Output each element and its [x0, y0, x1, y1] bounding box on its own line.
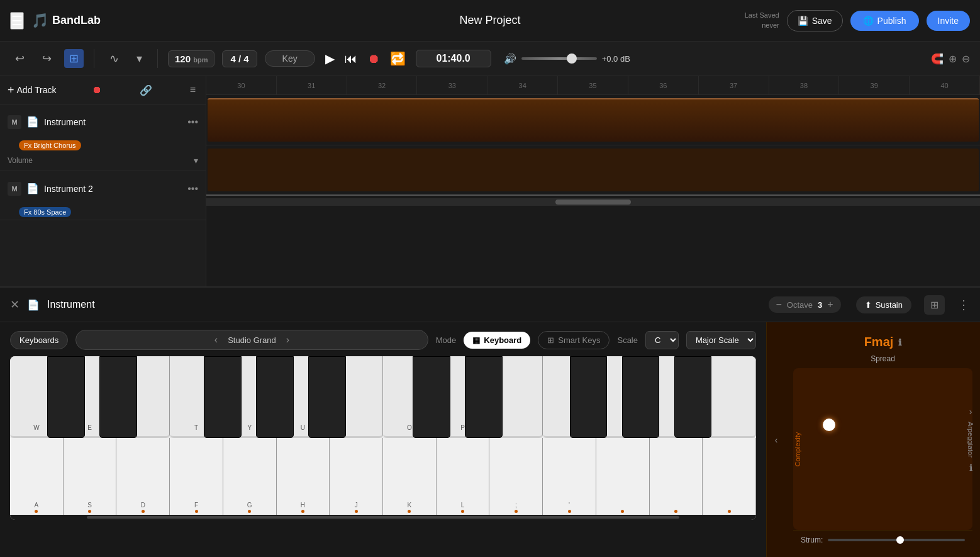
track-2-icon: 📄 — [26, 183, 39, 194]
track-lane-2[interactable] — [206, 145, 980, 196]
key-extra-1[interactable] — [596, 438, 650, 520]
keyboard-scroll-thumb[interactable] — [87, 516, 679, 519]
main-area: + Add Track ⏺ 🔗 ≡ M 📄 Instrument ••• Fx … — [0, 76, 980, 286]
key-H[interactable]: H — [277, 438, 330, 520]
smart-keys-mode-button[interactable]: ⊞ Smart Keys — [538, 331, 610, 349]
keyboard-mode-icon: ▦ — [472, 335, 480, 345]
key-semicolon[interactable]: ; — [489, 438, 543, 520]
keyboard-next-button[interactable]: › — [286, 334, 289, 346]
magnet-button[interactable]: 🧲 — [931, 53, 944, 65]
black-key-6[interactable] — [413, 356, 450, 438]
publish-button[interactable]: 🌐 Publish — [850, 11, 919, 31]
top-bar: ☰ 🎵 BandLab New Project Last Saved never… — [0, 0, 980, 42]
octave-decrease-button[interactable]: − — [776, 299, 782, 310]
arpeggiator-label[interactable]: Arpeggiator — [967, 422, 974, 458]
logo: 🎵 BandLab — [31, 13, 101, 29]
track-2-menu-button[interactable]: ••• — [187, 183, 198, 194]
chord-pad[interactable]: Complexity — [793, 368, 972, 530]
track-2-fx-badge[interactable]: Fx 80s Space — [0, 206, 206, 220]
mix-button[interactable]: ≡ — [187, 82, 198, 98]
black-key-3[interactable] — [204, 356, 241, 438]
track-1-menu-button[interactable]: ••• — [187, 116, 198, 128]
key-J[interactable]: J — [330, 438, 383, 520]
key-A[interactable]: A — [10, 438, 64, 520]
mode-dropdown-button[interactable]: ▾ — [131, 49, 147, 68]
key-quote[interactable]: ' — [543, 438, 596, 520]
keyboard-scrollbar[interactable] — [10, 515, 756, 520]
zoom-in-button[interactable]: ⊕ — [949, 53, 957, 65]
record-arm-button[interactable]: ⏺ — [89, 82, 104, 98]
track-1-volume: Volume ▾ — [0, 153, 206, 171]
black-key-9[interactable] — [622, 356, 659, 438]
mode-label: Mode — [436, 335, 457, 345]
key-K[interactable]: K — [383, 438, 437, 520]
link-button[interactable]: 🔗 — [137, 82, 155, 99]
black-key-2[interactable] — [99, 356, 136, 438]
chord-pad-inner: Complexity — [793, 368, 972, 530]
black-key-10[interactable] — [674, 356, 711, 438]
strum-slider[interactable] — [828, 539, 965, 541]
smart-panel-prev[interactable]: ‹ — [775, 435, 778, 445]
grid-view-button[interactable]: ⊞ — [64, 49, 84, 68]
arrange-area: 30 31 32 33 34 35 36 37 38 39 40 — [206, 76, 980, 286]
track-2-mute-button[interactable]: M — [8, 182, 21, 196]
save-button[interactable]: 💾 Save — [787, 10, 843, 31]
key-button[interactable]: Key — [265, 50, 315, 67]
zoom-out-button[interactable]: ⊖ — [962, 53, 970, 65]
key-L[interactable]: L — [437, 438, 490, 520]
black-key-5[interactable] — [308, 356, 345, 438]
grid-toggle-button[interactable]: ⊞ — [924, 295, 945, 315]
octave-increase-button[interactable]: + — [827, 299, 833, 310]
last-saved-info: Last Saved never — [745, 11, 779, 30]
black-key-4[interactable] — [256, 356, 293, 438]
time-signature[interactable]: 4 / 4 — [222, 50, 257, 67]
add-track-button[interactable]: + Add Track — [8, 84, 57, 97]
keyboard-mode-button[interactable]: ▦ Keyboard — [464, 332, 530, 349]
black-key-7[interactable] — [465, 356, 502, 438]
key-extra-2[interactable] — [650, 438, 703, 520]
instrument-more-button[interactable]: ⋮ — [957, 297, 970, 312]
menu-icon[interactable]: ☰ — [10, 12, 24, 30]
pad-dot — [823, 419, 835, 431]
play-button[interactable]: ▶ — [323, 48, 337, 69]
scale-root-select[interactable]: CDEF GAB — [645, 331, 679, 349]
track-1-mute-button[interactable]: M — [8, 115, 21, 129]
volume-icon: 🔊 — [504, 53, 516, 65]
keyboard-name-selector[interactable]: ‹ Studio Grand › — [75, 330, 428, 350]
horizontal-scrollbar[interactable] — [206, 198, 980, 206]
black-key-8[interactable] — [570, 356, 607, 438]
wave-mode-button[interactable]: ∿ — [104, 49, 124, 68]
key-extra-3[interactable] — [703, 438, 756, 520]
redo-button[interactable]: ↪ — [37, 49, 57, 68]
close-instrument-button[interactable]: ✕ — [10, 298, 19, 312]
bpm-display[interactable]: 120 bpm — [168, 50, 214, 67]
sustain-button[interactable]: ⬆ Sustain — [856, 296, 911, 313]
key-F[interactable]: F — [170, 438, 223, 520]
undo-button[interactable]: ↩ — [10, 49, 30, 68]
track-lane-1[interactable] — [206, 95, 980, 145]
rewind-button[interactable]: ⏮ — [342, 49, 360, 69]
scroll-thumb[interactable] — [555, 200, 631, 205]
scale-type-select[interactable]: Major ScaleMinor ScalePentatonic — [686, 331, 756, 349]
keyboard-prev-button[interactable]: ‹ — [214, 334, 218, 346]
chord-info-icon[interactable]: ℹ — [898, 337, 901, 347]
key-G[interactable]: G — [223, 438, 277, 520]
octave-control: − Octave 3 + — [769, 296, 841, 313]
db-display: +0.0 dB — [602, 54, 640, 64]
arpeggiator-nav[interactable]: › — [969, 407, 972, 417]
key-S[interactable]: S — [64, 438, 117, 520]
save-icon: 💾 — [798, 16, 808, 26]
loop-button[interactable]: 🔁 — [387, 48, 408, 69]
invite-button[interactable]: Invite — [927, 11, 970, 31]
key-D[interactable]: D — [116, 438, 170, 520]
track-1-fx-badge[interactable]: Fx Bright Chorus — [0, 139, 206, 153]
track-1-name: Instrument — [44, 117, 182, 127]
record-button[interactable]: ⏺ — [365, 49, 382, 69]
track-1-volume-dropdown[interactable]: ▾ — [194, 155, 198, 166]
bandlab-logo-icon: 🎵 — [31, 13, 48, 29]
keyboard-type-button[interactable]: Keyboards — [10, 331, 68, 349]
info-btn[interactable]: ℹ — [969, 463, 972, 473]
volume-slider[interactable] — [521, 57, 597, 60]
track-item: M 📄 Instrument ••• Fx Bright Chorus Volu… — [0, 104, 206, 171]
black-key-1[interactable] — [47, 356, 84, 438]
